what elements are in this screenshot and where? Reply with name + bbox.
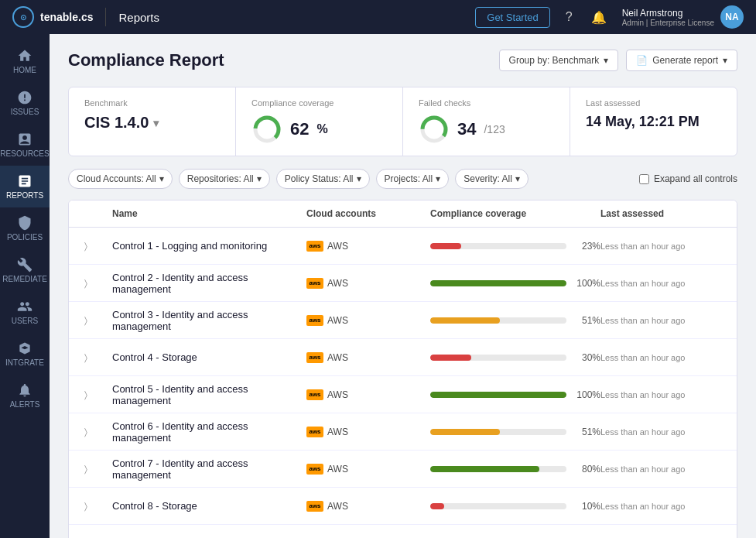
control-name: Control 8 - Storage bbox=[112, 500, 306, 512]
name-col-header: Name bbox=[112, 208, 306, 219]
help-icon[interactable]: ? bbox=[563, 7, 576, 27]
compliance-progress: 100% bbox=[430, 278, 600, 289]
last-assessed-card: Last assessed 14 May, 12:21 PM bbox=[570, 87, 737, 156]
failed-count: 34 bbox=[457, 119, 476, 139]
table-row: 〉 Control 4 - Storage aws AWS 30% Less t… bbox=[69, 339, 737, 376]
aws-icon: aws bbox=[306, 241, 323, 252]
aws-icon: aws bbox=[306, 464, 323, 475]
control-name: Control 7 - Identity and access manageme… bbox=[112, 457, 306, 481]
header-actions: Group by: Benchmark ▾ 📄 Generate report … bbox=[499, 50, 737, 71]
row-expand-button[interactable]: 〉 bbox=[81, 535, 112, 538]
row-expand-button[interactable]: 〉 bbox=[81, 386, 112, 403]
cloud-accounts-filter[interactable]: Cloud Accounts: All ▾ bbox=[68, 169, 173, 189]
compliance-value: 62% bbox=[251, 114, 387, 145]
table-header: Name Cloud accounts Compliance coverage … bbox=[69, 200, 737, 228]
progress-percentage: 80% bbox=[573, 464, 600, 475]
nav-title: Reports bbox=[118, 11, 159, 24]
alerts-icon bbox=[17, 382, 32, 398]
expand-controls-toggle[interactable]: Exapand all controls bbox=[639, 173, 737, 184]
aws-icon: aws bbox=[306, 352, 323, 363]
progress-percentage: 23% bbox=[573, 241, 600, 252]
sidebar-item-reports[interactable]: REPORTS bbox=[0, 166, 50, 207]
policy-status-label: Policy Status: All bbox=[285, 173, 354, 184]
table-row: 〉 Control 9 - Storage aws AWS 87% Less t… bbox=[69, 525, 737, 538]
cloud-col-header: Cloud accounts bbox=[306, 208, 430, 219]
aws-icon: aws bbox=[306, 427, 323, 437]
table-row: 〉 Control 1 - Logging and monitoring aws… bbox=[69, 228, 737, 265]
last-assessed-label: Last assessed bbox=[586, 98, 721, 108]
progress-percentage: 10% bbox=[573, 501, 600, 512]
repositories-filter[interactable]: Repositories: All ▾ bbox=[179, 169, 270, 189]
progress-bar-background bbox=[430, 243, 566, 249]
sidebar-item-issues[interactable]: ISSUES bbox=[0, 82, 50, 124]
top-navigation: ⊙ tenable.cs Reports Get Started ? 🔔 Nei… bbox=[0, 0, 756, 34]
generate-report-button[interactable]: 📄 Generate report ▾ bbox=[626, 50, 737, 71]
cloud-accounts-label: Cloud Accounts: All bbox=[77, 173, 156, 184]
row-expand-button[interactable]: 〉 bbox=[81, 312, 112, 329]
progress-percentage: 51% bbox=[573, 315, 600, 326]
compliance-progress: 80% bbox=[430, 464, 600, 475]
compliance-card: Compliance coverage 62% bbox=[236, 87, 403, 156]
cloud-name: AWS bbox=[327, 389, 348, 400]
row-expand-button[interactable]: 〉 bbox=[81, 238, 112, 255]
policy-status-filter[interactable]: Policy Status: All ▾ bbox=[276, 169, 370, 189]
benchmark-value[interactable]: CIS 1.4.0 ▾ bbox=[84, 114, 220, 132]
sidebar-item-users[interactable]: USERS bbox=[0, 291, 50, 333]
row-expand-button[interactable]: 〉 bbox=[81, 461, 112, 478]
aws-icon: aws bbox=[306, 501, 323, 512]
progress-bar-background bbox=[430, 429, 566, 435]
progress-bar-fill bbox=[430, 280, 566, 286]
sidebar-item-policies[interactable]: POLICIES bbox=[0, 207, 50, 249]
chevron-down-icon-generate: ▾ bbox=[723, 55, 727, 66]
cloud-account: aws AWS bbox=[306, 352, 430, 363]
expand-col-header bbox=[81, 208, 112, 219]
chevron-down-icon: ▾ bbox=[604, 55, 608, 66]
row-expand-button[interactable]: 〉 bbox=[81, 275, 112, 292]
sidebar-item-remediate[interactable]: REMEDIATE bbox=[0, 249, 50, 291]
row-expand-button[interactable]: 〉 bbox=[81, 423, 112, 440]
logo-icon: ⊙ bbox=[12, 6, 34, 28]
last-assessed-time: Less than an hour ago bbox=[600, 427, 724, 437]
compliance-pct: 62 bbox=[290, 119, 309, 139]
progress-percentage: 51% bbox=[573, 427, 600, 437]
sidebar-item-alerts[interactable]: ALERTS bbox=[0, 375, 50, 416]
cloud-account: aws AWS bbox=[306, 315, 430, 326]
sidebar-item-home[interactable]: HOME bbox=[0, 40, 50, 82]
severity-label: Severity: All bbox=[464, 173, 512, 184]
table-row: 〉 Control 2 - Identity and access manage… bbox=[69, 265, 737, 302]
compliance-progress: 30% bbox=[430, 352, 600, 363]
last-assessed-time: Less than an hour ago bbox=[600, 390, 724, 399]
projects-filter[interactable]: Projects: All ▾ bbox=[376, 169, 450, 189]
progress-bar-fill bbox=[430, 429, 500, 435]
severity-filter[interactable]: Severity: All ▾ bbox=[455, 169, 529, 189]
expand-checkbox[interactable] bbox=[639, 174, 649, 184]
page-header: Compliance Report Group by: Benchmark ▾ … bbox=[68, 50, 737, 71]
compliance-donut bbox=[251, 114, 282, 145]
get-started-button[interactable]: Get Started bbox=[475, 7, 549, 28]
compliance-symbol: % bbox=[316, 122, 327, 136]
sidebar-item-integrate[interactable]: INTGRATE bbox=[0, 333, 50, 375]
cloud-name: AWS bbox=[327, 501, 348, 512]
control-name: Control 1 - Logging and monitoring bbox=[112, 240, 306, 252]
sidebar-item-resources[interactable]: RESOURCES bbox=[0, 124, 50, 166]
row-expand-button[interactable]: 〉 bbox=[81, 498, 112, 515]
cloud-name: AWS bbox=[327, 464, 348, 475]
last-assessed-time: Less than an hour ago bbox=[600, 242, 724, 251]
table-row: 〉 Control 7 - Identity and access manage… bbox=[69, 451, 737, 488]
row-expand-button[interactable]: 〉 bbox=[81, 349, 112, 366]
stat-cards: Benchmark CIS 1.4.0 ▾ Compliance coverag… bbox=[68, 87, 737, 156]
progress-bar-fill bbox=[430, 243, 461, 249]
last-assessed-time: Less than an hour ago bbox=[600, 353, 724, 362]
expand-label: Exapand all controls bbox=[654, 173, 737, 184]
sidebar-label-issues: ISSUES bbox=[11, 108, 39, 116]
control-name: Control 2 - Identity and access manageme… bbox=[112, 272, 306, 295]
remediate-icon bbox=[17, 257, 32, 272]
user-info: Neil Armstrong Admin | Enterprise Licens… bbox=[622, 5, 744, 29]
notifications-icon[interactable]: 🔔 bbox=[588, 7, 610, 28]
compliance-table: Name Cloud accounts Compliance coverage … bbox=[68, 200, 737, 538]
cloud-account: aws AWS bbox=[306, 389, 430, 400]
aws-icon: aws bbox=[306, 315, 323, 326]
sidebar: HOME ISSUES RESOURCES REPORTS POLICIES R… bbox=[0, 34, 50, 538]
compliance-col-header: Compliance coverage bbox=[430, 208, 600, 219]
group-by-button[interactable]: Group by: Benchmark ▾ bbox=[499, 50, 619, 71]
